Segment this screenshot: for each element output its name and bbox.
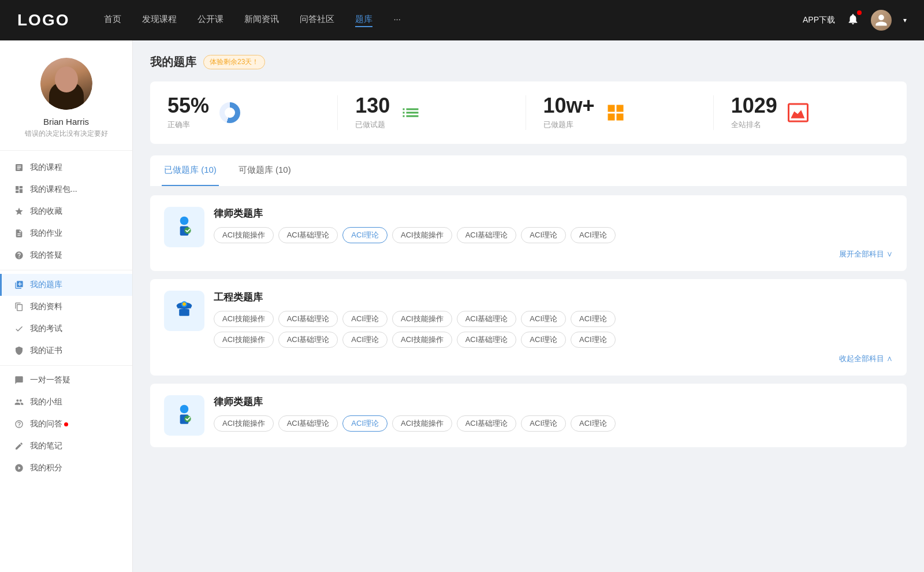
sidebar-item-my-cert[interactable]: 我的证书 — [0, 340, 132, 362]
tag-item[interactable]: ACI理论 — [571, 415, 616, 432]
sidebar-item-my-group[interactable]: 我的小组 — [0, 391, 132, 413]
question-badge — [64, 422, 68, 426]
stat-done-banks: 10w+ 已做题库 — [526, 95, 714, 130]
sidebar-item-my-qa[interactable]: 我的答疑 — [0, 244, 132, 266]
stat-rank: 1029 全站排名 — [714, 95, 889, 130]
tag-item[interactable]: ACI理论 — [521, 311, 566, 327]
stat-done-text: 130 已做试题 — [355, 95, 390, 130]
sidebar-item-my-course[interactable]: 我的课程 — [0, 157, 132, 179]
bell-icon — [847, 13, 859, 25]
user-avatar-nav[interactable] — [871, 10, 892, 31]
user-menu-chevron[interactable]: ▾ — [903, 16, 907, 24]
tab-done-banks[interactable]: 已做题库 (10) — [162, 155, 219, 186]
cert-icon — [14, 346, 24, 356]
qbank-engineer-icon — [164, 291, 204, 331]
tag-item[interactable]: ACI基础理论 — [278, 311, 338, 327]
stats-row: 55% 正确率 130 已做试题 10w+ 已做题库 — [150, 81, 907, 144]
notification-badge — [857, 10, 862, 15]
sidebar-item-my-bank[interactable]: 我的题库 — [0, 274, 132, 296]
nav-home[interactable]: 首页 — [104, 14, 121, 27]
user-motto: 错误的决定比没有决定要好 — [25, 129, 108, 139]
tag-item[interactable]: ACI技能操作 — [214, 415, 274, 432]
stat-banks-label: 已做题库 — [543, 120, 595, 130]
expand-link-1[interactable]: 展开全部科目 ∨ — [214, 249, 893, 259]
sidebar-item-one-on-one[interactable]: 一对一答疑 — [0, 369, 132, 391]
navbar-right: APP下载 ▾ — [803, 10, 907, 31]
tag-item[interactable]: ACI基础理论 — [278, 415, 338, 432]
sidebar-item-my-exam[interactable]: 我的考试 — [0, 318, 132, 340]
sidebar-item-favorites[interactable]: 我的收藏 — [0, 200, 132, 222]
tag-item[interactable]: ACI理论 — [571, 227, 616, 243]
sidebar-item-my-data[interactable]: 我的资料 — [0, 296, 132, 318]
stat-accuracy: 55% 正确率 — [167, 95, 338, 130]
bank-icon — [14, 280, 24, 290]
stat-accuracy-text: 55% 正确率 — [167, 95, 209, 130]
qbank-engineer-title: 工程类题库 — [214, 291, 893, 304]
sidebar-item-my-questions[interactable]: 我的问答 — [0, 413, 132, 435]
avatar-image — [40, 58, 92, 110]
nav-bank[interactable]: 题库 — [355, 14, 372, 27]
nav-courses[interactable]: 发现课程 — [142, 14, 177, 27]
sidebar-menu: 我的课程 我的课程包... 我的收藏 我的作业 — [0, 157, 132, 479]
navbar: LOGO 首页 发现课程 公开课 新闻资讯 问答社区 题库 ··· APP下载 … — [0, 0, 924, 40]
tag-item[interactable]: ACI基础理论 — [457, 311, 517, 327]
one-icon — [14, 375, 24, 385]
svg-point-8 — [180, 405, 189, 414]
tag-item[interactable]: ACI基础理论 — [457, 332, 517, 348]
svg-point-10 — [184, 415, 191, 422]
tag-item[interactable]: ACI理论 — [521, 332, 566, 348]
qbank-lawyer-1-header: 律师类题库 ACI技能操作 ACI基础理论 ACI理论 ACI技能操作 ACI基… — [164, 207, 893, 259]
sidebar-item-homework[interactable]: 我的作业 — [0, 222, 132, 244]
tag-item[interactable]: ACI基础理论 — [278, 227, 338, 243]
sidebar-item-my-notes[interactable]: 我的笔记 — [0, 435, 132, 457]
nav-more[interactable]: ··· — [393, 14, 401, 27]
qbank-lawyer-1-tags: ACI技能操作 ACI基础理论 ACI理论 ACI技能操作 ACI基础理论 AC… — [214, 227, 893, 243]
svg-point-0 — [180, 217, 189, 225]
sidebar-item-course-package[interactable]: 我的课程包... — [0, 179, 132, 200]
tag-item[interactable]: ACI理论 — [571, 332, 616, 348]
tag-item[interactable]: ACI技能操作 — [214, 227, 274, 243]
app-download-button[interactable]: APP下载 — [803, 15, 835, 25]
tag-item[interactable]: ACI技能操作 — [214, 332, 274, 348]
tab-available-banks[interactable]: 可做题库 (10) — [236, 155, 293, 186]
tag-item[interactable]: ACI技能操作 — [214, 311, 274, 327]
chart-stat-icon — [787, 101, 810, 124]
divider-1 — [0, 270, 132, 270]
tag-item-active[interactable]: ACI理论 — [342, 415, 388, 432]
qbank-lawyer-1-icon — [164, 207, 204, 247]
nav-open[interactable]: 公开课 — [198, 14, 223, 27]
tag-item[interactable]: ACI基础理论 — [457, 227, 517, 243]
tag-item[interactable]: ACI技能操作 — [392, 332, 452, 348]
stat-accuracy-label: 正确率 — [167, 120, 209, 130]
question-icon — [14, 419, 24, 429]
tag-item[interactable]: ACI理论 — [521, 415, 566, 432]
tag-item[interactable]: ACI理论 — [342, 332, 388, 348]
tag-item-active[interactable]: ACI理论 — [342, 227, 388, 243]
qbank-engineer-tags-row1: ACI技能操作 ACI基础理论 ACI理论 ACI技能操作 ACI基础理论 AC… — [214, 311, 893, 327]
tag-item[interactable]: ACI技能操作 — [392, 227, 452, 243]
nav-news[interactable]: 新闻资讯 — [244, 14, 279, 27]
main-content: 我的题库 体验剩余23天！ 55% 正确率 130 已做试题 — [133, 40, 924, 572]
tag-item[interactable]: ACI理论 — [342, 311, 388, 327]
expand-link-2[interactable]: 收起全部科目 ∧ — [214, 354, 893, 364]
tag-item[interactable]: ACI基础理论 — [457, 415, 517, 432]
stat-rank-label: 全站排名 — [731, 120, 777, 130]
list-stat-icon — [399, 101, 422, 124]
logo: LOGO — [17, 11, 69, 29]
nav-qa[interactable]: 问答社区 — [300, 14, 334, 27]
tag-item[interactable]: ACI技能操作 — [392, 415, 452, 432]
star-icon — [14, 206, 24, 217]
qbank-engineer-header: 工程类题库 ACI技能操作 ACI基础理论 ACI理论 ACI技能操作 ACI基… — [164, 291, 893, 364]
pie-chart-icon — [219, 102, 240, 123]
trial-badge: 体验剩余23天！ — [203, 55, 265, 69]
exam-icon — [14, 324, 24, 334]
tag-item[interactable]: ACI理论 — [571, 311, 616, 327]
sidebar-item-my-points[interactable]: 我的积分 — [0, 457, 132, 479]
notification-bell[interactable] — [847, 13, 859, 28]
qbank-lawyer-1: 律师类题库 ACI技能操作 ACI基础理论 ACI理论 ACI技能操作 ACI基… — [150, 195, 907, 271]
user-avatar — [40, 58, 92, 110]
tag-item[interactable]: ACI基础理论 — [278, 332, 338, 348]
tag-item[interactable]: ACI理论 — [521, 227, 566, 243]
tag-item[interactable]: ACI技能操作 — [392, 311, 452, 327]
page-title: 我的题库 — [150, 54, 196, 70]
